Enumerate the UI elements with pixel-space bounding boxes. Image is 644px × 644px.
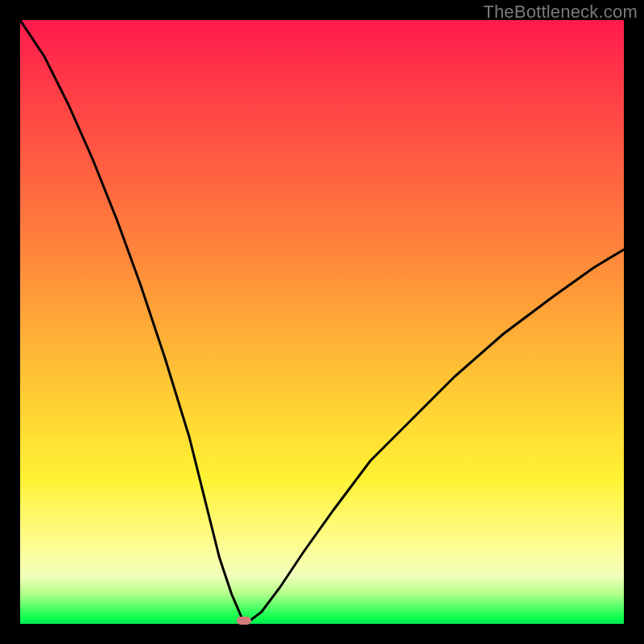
curve-left-path [20, 20, 244, 621]
minimum-marker [237, 617, 251, 625]
plot-area [20, 20, 624, 624]
chart-frame: TheBottleneck.com [0, 0, 644, 644]
curve-right-path [250, 250, 624, 621]
bottleneck-curve [20, 20, 624, 624]
watermark-text: TheBottleneck.com [483, 2, 638, 23]
